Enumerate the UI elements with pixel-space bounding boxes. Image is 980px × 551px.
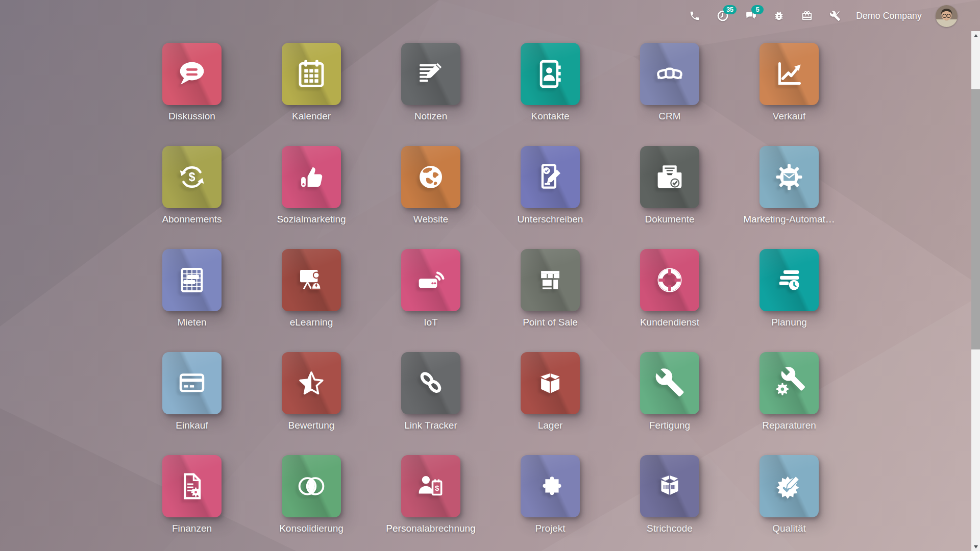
phone-button[interactable] (688, 9, 702, 23)
app-calendar[interactable]: Kalender (252, 43, 371, 146)
app-label: Link Tracker (404, 420, 457, 431)
repair-icon (772, 366, 806, 400)
scrollbar-down-button[interactable] (971, 542, 980, 551)
app-tile-barcode[interactable] (640, 455, 699, 517)
app-tile-rating[interactable] (282, 352, 341, 414)
company-name[interactable]: Demo Company (856, 11, 922, 21)
app-tile-contacts[interactable] (521, 43, 580, 105)
crm-icon (653, 57, 687, 91)
app-tile-manufacturing[interactable] (640, 352, 699, 414)
referral-button[interactable] (800, 9, 814, 23)
topbar: 35 5 Demo Company (0, 0, 971, 32)
app-tile-quality[interactable] (760, 455, 819, 517)
app-tile-finance[interactable] (162, 455, 222, 517)
app-tile-payroll[interactable] (401, 455, 460, 517)
app-tile-documents[interactable] (640, 146, 699, 208)
sales-icon (772, 57, 806, 91)
app-finance[interactable]: Finanzen (132, 455, 252, 551)
app-sales[interactable]: Verkauf (729, 43, 849, 146)
app-manufacturing[interactable]: Fertigung (610, 352, 729, 455)
app-label: Abonnements (162, 214, 222, 225)
app-inventory[interactable]: Lager (491, 352, 610, 455)
app-rental[interactable]: Mieten (132, 249, 252, 352)
app-tile-marketing-automation[interactable] (760, 146, 819, 208)
app-label: IoT (424, 317, 437, 328)
app-tile-sales[interactable] (760, 43, 819, 105)
app-pos[interactable]: Point of Sale (491, 249, 610, 352)
app-tile-subscriptions[interactable] (162, 146, 222, 208)
app-label: Projekt (535, 523, 565, 534)
app-tile-planning[interactable] (760, 249, 819, 311)
manufacturing-icon (653, 366, 687, 400)
app-marketing-automation[interactable]: Marketing-Automat… (729, 146, 849, 249)
app-label: Reparaturen (762, 420, 816, 431)
app-tile-inventory[interactable] (521, 352, 580, 414)
app-tile-iot[interactable] (401, 249, 460, 311)
messages-button[interactable]: 5 (744, 9, 758, 23)
app-tile-sign[interactable] (521, 146, 580, 208)
contacts-icon (533, 57, 567, 91)
iot-icon (414, 263, 448, 297)
app-tile-social[interactable] (282, 146, 341, 208)
app-documents[interactable]: Dokumente (610, 146, 729, 249)
app-tile-pos[interactable] (521, 249, 580, 311)
app-tile-purchase[interactable] (162, 352, 222, 414)
support-button[interactable] (828, 9, 842, 23)
app-tile-website[interactable] (401, 146, 460, 208)
rental-icon (175, 263, 209, 297)
app-tile-rental[interactable] (162, 249, 222, 311)
app-rating[interactable]: Bewertung (252, 352, 371, 455)
app-tile-consolidation[interactable] (282, 455, 341, 517)
app-project[interactable]: Projekt (491, 455, 610, 551)
app-label: Personalabrechnung (386, 523, 475, 534)
scrollbar[interactable] (971, 31, 980, 551)
app-social[interactable]: Sozialmarketing (252, 146, 371, 249)
purchase-icon (175, 366, 209, 400)
app-website[interactable]: Website (371, 146, 491, 249)
app-tile-link-tracker[interactable] (401, 352, 460, 414)
phone-icon (689, 10, 700, 21)
arrow-up-icon (974, 34, 978, 37)
app-repair[interactable]: Reparaturen (729, 352, 849, 455)
app-iot[interactable]: IoT (371, 249, 491, 352)
activities-button[interactable]: 35 (716, 9, 730, 23)
app-tile-project[interactable] (521, 455, 580, 517)
app-payroll[interactable]: Personalabrechnung (371, 455, 491, 551)
app-tile-helpdesk[interactable] (640, 249, 699, 311)
scrollbar-up-button[interactable] (971, 31, 980, 40)
app-tile-elearning[interactable] (282, 249, 341, 311)
app-tile-repair[interactable] (760, 352, 819, 414)
app-sign[interactable]: Unterschreiben (491, 146, 610, 249)
app-tile-calendar[interactable] (282, 43, 341, 105)
user-avatar[interactable] (936, 5, 958, 27)
app-subscriptions[interactable]: Abonnements (132, 146, 252, 249)
finance-icon (175, 469, 209, 503)
app-label: Kalender (292, 111, 331, 122)
app-label: Planung (771, 317, 807, 328)
debug-button[interactable] (772, 9, 786, 23)
scrollbar-thumb[interactable] (971, 89, 980, 349)
app-tile-crm[interactable] (640, 43, 699, 105)
app-contacts[interactable]: Kontakte (491, 43, 610, 146)
app-label: Qualität (772, 523, 805, 534)
app-link-tracker[interactable]: Link Tracker (371, 352, 491, 455)
app-notes[interactable]: Notizen (371, 43, 491, 146)
app-planning[interactable]: Planung (729, 249, 849, 352)
app-elearning[interactable]: eLearning (252, 249, 371, 352)
app-consolidation[interactable]: Konsolidierung (252, 455, 371, 551)
app-quality[interactable]: Qualität (729, 455, 849, 551)
app-helpdesk[interactable]: Kundendienst (610, 249, 729, 352)
app-grid: Diskussion Kalender Notizen Kontakte CRM… (132, 43, 849, 551)
app-label: Konsolidierung (279, 523, 344, 534)
quality-icon (772, 469, 806, 503)
activities-badge: 35 (723, 5, 737, 14)
app-label: Marketing-Automat… (743, 214, 835, 225)
app-barcode[interactable]: Strichcode (610, 455, 729, 551)
app-tile-notes[interactable] (401, 43, 460, 105)
app-tile-discussion[interactable] (162, 43, 222, 105)
inventory-icon (533, 366, 567, 400)
app-label: CRM (658, 111, 680, 122)
app-purchase[interactable]: Einkauf (132, 352, 252, 455)
app-discussion[interactable]: Diskussion (132, 43, 252, 146)
app-crm[interactable]: CRM (610, 43, 729, 146)
